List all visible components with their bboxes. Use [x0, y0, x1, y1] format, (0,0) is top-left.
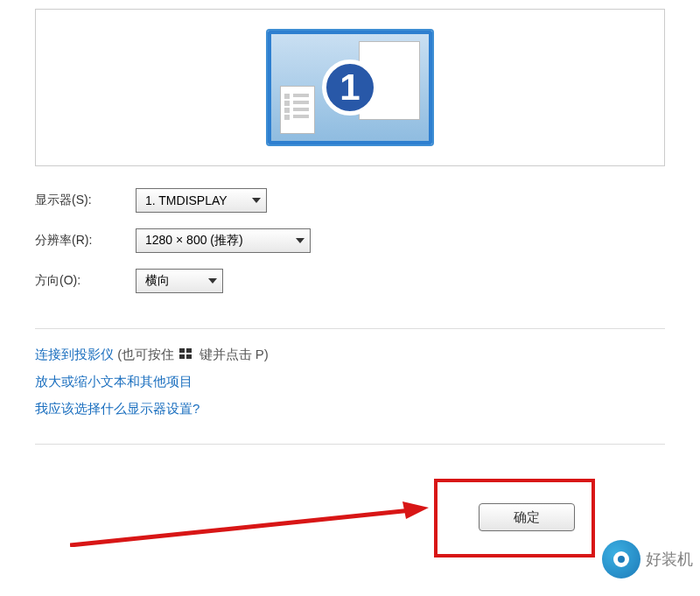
resolution-selector-row: 分辨率(R): 1280 × 800 (推荐) [35, 228, 665, 253]
windows-key-icon [179, 348, 193, 361]
resolution-label: 分辨率(R): [35, 233, 136, 249]
resolution-dropdown[interactable]: 1280 × 800 (推荐) [136, 228, 311, 253]
orientation-selector-row: 方向(O): 横向 [35, 269, 665, 293]
chevron-down-icon [252, 198, 261, 203]
connect-projector-link[interactable]: 连接到投影仪 [35, 347, 114, 361]
display-selector-row: 显示器(S): 1. TMDISPLAY [35, 188, 665, 213]
svg-line-0 [70, 510, 411, 545]
display-settings-group: 显示器(S): 1. TMDISPLAY 分辨率(R): 1280 × 800 … [35, 188, 665, 293]
preview-list-icon [280, 86, 315, 134]
resolution-dropdown-value: 1280 × 800 (推荐) [145, 233, 243, 249]
svg-marker-1 [402, 501, 429, 519]
monitor-preview-panel: 1 [35, 9, 665, 166]
section-divider [35, 328, 665, 329]
display-label: 显示器(S): [35, 193, 136, 208]
related-links: 连接到投影仪 (也可按住 键并点击 P) 放大或缩小文本和其他项目 我应该选择什… [35, 347, 665, 417]
orientation-label: 方向(O): [35, 273, 136, 289]
projector-link-line: 连接到投影仪 (也可按住 键并点击 P) [35, 347, 665, 363]
help-link-line: 我应该选择什么显示器设置? [35, 401, 665, 417]
projector-hint-before: (也可按住 [117, 347, 178, 361]
bottom-divider [35, 444, 665, 445]
monitor-number-badge: 1 [322, 60, 378, 116]
orientation-dropdown[interactable]: 横向 [136, 269, 223, 293]
display-dropdown[interactable]: 1. TMDISPLAY [136, 188, 267, 213]
annotation-arrow [70, 494, 429, 547]
chevron-down-icon [208, 278, 217, 284]
monitor-thumbnail[interactable]: 1 [268, 31, 432, 144]
ok-button[interactable]: 确定 [479, 503, 575, 531]
text-scaling-link[interactable]: 放大或缩小文本和其他项目 [35, 374, 192, 389]
projector-hint-after: 键并点击 P) [200, 347, 269, 361]
ok-button-label: 确定 [514, 509, 540, 526]
orientation-dropdown-value: 横向 [145, 273, 170, 289]
display-dropdown-value: 1. TMDISPLAY [145, 193, 228, 207]
watermark: 好装机 [602, 540, 693, 578]
watermark-text: 好装机 [646, 549, 693, 570]
chevron-down-icon [296, 238, 304, 243]
watermark-logo-icon [602, 540, 640, 578]
display-help-link[interactable]: 我应该选择什么显示器设置? [35, 401, 200, 416]
zoom-text-link-line: 放大或缩小文本和其他项目 [35, 374, 665, 390]
